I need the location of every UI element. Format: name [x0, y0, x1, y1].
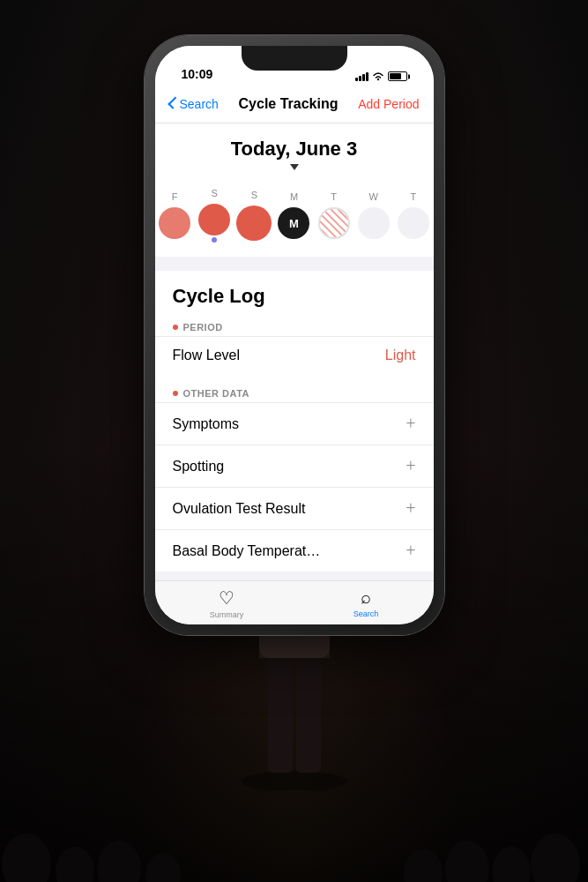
svg-point-14 — [404, 848, 443, 882]
spotting-add-icon[interactable]: + — [406, 456, 415, 476]
day-label-t2: T — [411, 191, 417, 202]
today-label: M — [289, 217, 299, 230]
spotting-label: Spotting — [173, 459, 225, 475]
svg-point-12 — [97, 841, 141, 882]
basal-temp-row[interactable]: Basal Body Temperat… + — [155, 529, 434, 572]
ovulation-label: Ovulation Test Result — [173, 501, 306, 517]
calendar-day-f[interactable]: F — [155, 191, 195, 239]
tab-summary-label: Summary — [210, 610, 244, 619]
back-button[interactable]: Search — [169, 97, 219, 111]
flow-level-label: Flow Level — [173, 348, 240, 363]
day-label-w: W — [369, 191, 378, 202]
other-data-dot — [173, 391, 178, 396]
day-label-m: M — [290, 191, 298, 202]
symptoms-add-icon[interactable]: + — [406, 414, 415, 434]
svg-point-11 — [56, 847, 94, 882]
tab-bar: ♡ Summary ⌕ Search — [155, 580, 434, 624]
signal-icon — [355, 72, 368, 81]
phone-notch — [242, 46, 347, 71]
triangle-down-icon — [290, 164, 299, 170]
calendar-day-s2[interactable]: S — [234, 190, 274, 241]
ovulation-add-icon[interactable]: + — [406, 498, 415, 519]
symptoms-label: Symptoms — [173, 416, 240, 432]
svg-point-16 — [492, 847, 531, 882]
day-circle-m: M — [278, 207, 309, 239]
spotting-row[interactable]: Spotting + — [155, 445, 434, 487]
period-label-text: PERIOD — [183, 322, 223, 333]
day-circle-t2 — [398, 207, 429, 239]
chevron-left-icon — [167, 96, 180, 108]
day-circle-s2 — [236, 206, 272, 241]
phone-screen: 10:09 — [155, 46, 434, 624]
period-dot — [173, 325, 178, 330]
symptoms-row[interactable]: Symptoms + — [155, 402, 434, 445]
basal-temp-add-icon[interactable]: + — [406, 541, 415, 561]
day-label-t1: T — [331, 191, 337, 202]
tab-search[interactable]: ⌕ Search — [354, 587, 379, 618]
day-circle-s1 — [198, 204, 230, 235]
calendar-day-t2[interactable]: T — [393, 191, 433, 239]
tab-summary[interactable]: ♡ Summary — [210, 587, 244, 619]
section-gap-1 — [155, 257, 434, 271]
day-label-s1: S — [212, 188, 218, 198]
heart-icon: ♡ — [219, 587, 234, 609]
period-section-label: PERIOD — [155, 315, 434, 336]
cycle-log-title: Cycle Log — [155, 271, 434, 315]
date-section: Today, June 3 — [155, 123, 434, 184]
svg-rect-3 — [296, 649, 321, 773]
basal-temp-label: Basal Body Temperat… — [173, 543, 321, 559]
day-label-s2: S — [251, 190, 257, 200]
svg-rect-2 — [268, 649, 293, 773]
wifi-icon — [372, 71, 384, 81]
day-circle-w — [358, 207, 390, 239]
ovulation-row[interactable]: Ovulation Test Result + — [155, 487, 434, 529]
navigation-bar: Search Cycle Tracking Add Period — [155, 85, 434, 123]
calendar-strip[interactable]: F S S M — [155, 184, 434, 257]
date-indicator — [155, 164, 434, 170]
search-tab-icon: ⌕ — [361, 587, 371, 608]
cycle-log-section: Cycle Log PERIOD Flow Level Light OTH — [155, 271, 434, 572]
calendar-day-m[interactable]: M M — [274, 191, 314, 239]
battery-icon — [388, 71, 407, 81]
day-circle-t1 — [318, 207, 350, 239]
add-period-button[interactable]: Add Period — [358, 97, 419, 111]
calendar-day-s1[interactable]: S — [195, 188, 234, 243]
calendar-day-w[interactable]: W — [354, 191, 393, 239]
scroll-content: Today, June 3 F S — [155, 123, 434, 580]
status-time: 10:09 — [173, 67, 213, 81]
date-title: Today, June 3 — [155, 138, 434, 161]
other-data-section-label: OTHER DATA — [155, 381, 434, 402]
flow-level-row[interactable]: Flow Level Light — [155, 336, 434, 374]
back-label: Search — [180, 97, 219, 111]
day-circle-f — [159, 207, 190, 239]
svg-point-1 — [242, 771, 347, 790]
flow-level-value: Light — [385, 348, 416, 363]
svg-point-17 — [531, 833, 580, 882]
tab-search-label: Search — [354, 609, 379, 618]
section-gap-2 — [155, 572, 434, 580]
day-dot-s1 — [212, 237, 217, 243]
calendar-day-t1[interactable]: T — [314, 191, 354, 239]
other-data-label-text: OTHER DATA — [183, 388, 249, 399]
nav-title: Cycle Tracking — [239, 96, 339, 112]
svg-point-0 — [376, 78, 378, 80]
svg-point-10 — [2, 833, 51, 882]
svg-point-13 — [145, 853, 181, 882]
status-icons — [355, 71, 416, 81]
svg-point-15 — [445, 841, 489, 882]
phone-mockup: 10:09 — [145, 35, 444, 635]
day-label-f: F — [172, 191, 178, 202]
phone-outer-frame: 10:09 — [145, 35, 444, 635]
